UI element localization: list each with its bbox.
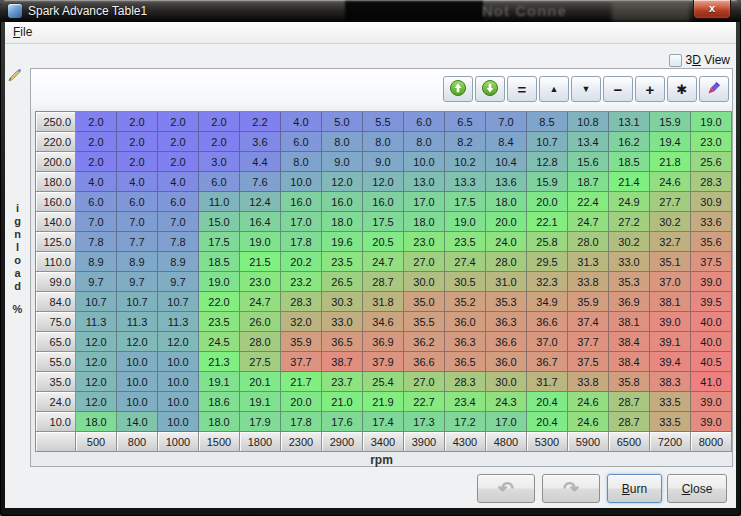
load-bin-cell[interactable]: 65.0 [36,332,76,352]
table-cell[interactable]: 33.0 [609,252,650,272]
table-cell[interactable]: 33.8 [568,372,609,392]
table-cell[interactable]: 7.7 [117,232,158,252]
table-cell[interactable]: 3.6 [240,132,281,152]
rpm-bin-cell[interactable]: 2300 [281,432,322,452]
table-cell[interactable]: 36.9 [363,332,404,352]
table-cell[interactable]: 12.0 [76,352,117,372]
table-cell[interactable]: 22.1 [527,212,568,232]
table-cell[interactable]: 2.0 [117,112,158,132]
table-cell[interactable]: 39.1 [650,332,691,352]
table-cell[interactable]: 23.0 [691,132,732,152]
table-cell[interactable]: 24.7 [568,212,609,232]
table-cell[interactable]: 37.5 [568,352,609,372]
title-bar[interactable]: Not Conne Spark Advance Table1 x [0,0,741,22]
table-cell[interactable]: 28.7 [609,392,650,412]
table-cell[interactable]: 24.7 [363,252,404,272]
rpm-bin-cell[interactable]: 1500 [199,432,240,452]
table-cell[interactable]: 8.0 [404,132,445,152]
table-cell[interactable]: 2.0 [158,152,199,172]
load-bin-cell[interactable]: 10.0 [36,412,76,432]
table-cell[interactable]: 20.1 [240,372,281,392]
table-cell[interactable]: 18.0 [322,212,363,232]
table-cell[interactable]: 19.4 [650,132,691,152]
table-cell[interactable]: 33.6 [691,212,732,232]
table-cell[interactable]: 28.0 [568,232,609,252]
table-cell[interactable]: 13.4 [568,132,609,152]
table-cell[interactable]: 36.0 [445,312,486,332]
load-bin-cell[interactable]: 125.0 [36,232,76,252]
table-cell[interactable]: 28.0 [240,332,281,352]
table-cell[interactable]: 9.7 [117,272,158,292]
load-bin-cell[interactable]: 220.0 [36,132,76,152]
table-cell[interactable]: 5.5 [363,112,404,132]
table-cell[interactable]: 24.3 [486,392,527,412]
table-cell[interactable]: 28.7 [609,412,650,432]
table-cell[interactable]: 10.2 [445,152,486,172]
table-cell[interactable]: 18.0 [76,412,117,432]
table-cell[interactable]: 23.5 [322,252,363,272]
table-cell[interactable]: 6.0 [404,112,445,132]
table-cell[interactable]: 35.3 [609,272,650,292]
menu-file[interactable]: File [5,22,40,42]
table-cell[interactable]: 17.0 [486,412,527,432]
table-cell[interactable]: 17.5 [199,232,240,252]
load-bin-cell[interactable]: 55.0 [36,352,76,372]
table-cell[interactable]: 29.5 [527,252,568,272]
table-cell[interactable]: 7.0 [486,112,527,132]
table-cell[interactable]: 18.7 [568,172,609,192]
table-cell[interactable]: 10.0 [117,372,158,392]
table-cell[interactable]: 12.4 [240,192,281,212]
table-cell[interactable]: 7.6 [240,172,281,192]
table-cell[interactable]: 30.0 [404,272,445,292]
rpm-bin-cell[interactable]: 5300 [527,432,568,452]
table-cell[interactable]: 37.5 [691,252,732,272]
table-cell[interactable]: 21.7 [281,372,322,392]
table-cell[interactable]: 15.6 [568,152,609,172]
table-cell[interactable]: 35.0 [404,292,445,312]
table-cell[interactable]: 21.5 [240,252,281,272]
set-equal-button[interactable]: = [507,76,537,102]
table-cell[interactable]: 19.0 [691,112,732,132]
table-cell[interactable]: 8.0 [322,132,363,152]
table-cell[interactable]: 3.0 [199,152,240,172]
interpolate-button[interactable] [699,76,729,102]
table-cell[interactable]: 38.4 [609,332,650,352]
table-cell[interactable]: 40.0 [691,332,732,352]
table-cell[interactable]: 10.7 [76,292,117,312]
table-cell[interactable]: 30.2 [650,212,691,232]
table-cell[interactable]: 2.0 [158,112,199,132]
table-cell[interactable]: 2.0 [76,132,117,152]
subtract-button[interactable]: − [603,76,633,102]
table-cell[interactable]: 13.0 [404,172,445,192]
table-cell[interactable]: 20.2 [281,252,322,272]
table-cell[interactable]: 30.3 [322,292,363,312]
table-cell[interactable]: 10.4 [486,152,527,172]
table-cell[interactable]: 35.9 [568,292,609,312]
table-cell[interactable]: 34.9 [527,292,568,312]
table-cell[interactable]: 33.5 [650,392,691,412]
table-cell[interactable]: 23.4 [445,392,486,412]
table-cell[interactable]: 26.0 [240,312,281,332]
increment-button[interactable]: ▲ [539,76,569,102]
table-cell[interactable]: 31.8 [363,292,404,312]
table-cell[interactable]: 21.8 [650,152,691,172]
table-cell[interactable]: 36.6 [527,312,568,332]
table-cell[interactable]: 17.5 [445,192,486,212]
table-cell[interactable]: 11.3 [158,312,199,332]
table-cell[interactable]: 41.0 [691,372,732,392]
table-cell[interactable]: 21.4 [609,172,650,192]
table-cell[interactable]: 7.0 [117,212,158,232]
3d-view-checkbox[interactable] [669,54,682,67]
table-cell[interactable]: 24.6 [650,172,691,192]
table-cell[interactable]: 22.0 [199,292,240,312]
table-cell[interactable]: 22.7 [404,392,445,412]
load-bin-cell[interactable]: 35.0 [36,372,76,392]
table-cell[interactable]: 36.3 [445,332,486,352]
table-cell[interactable]: 2.0 [199,112,240,132]
table-cell[interactable]: 7.8 [158,232,199,252]
table-cell[interactable]: 11.3 [76,312,117,332]
table-cell[interactable]: 8.9 [76,252,117,272]
table-cell[interactable]: 17.9 [240,412,281,432]
table-cell[interactable]: 38.1 [609,312,650,332]
table-cell[interactable]: 33.5 [650,412,691,432]
